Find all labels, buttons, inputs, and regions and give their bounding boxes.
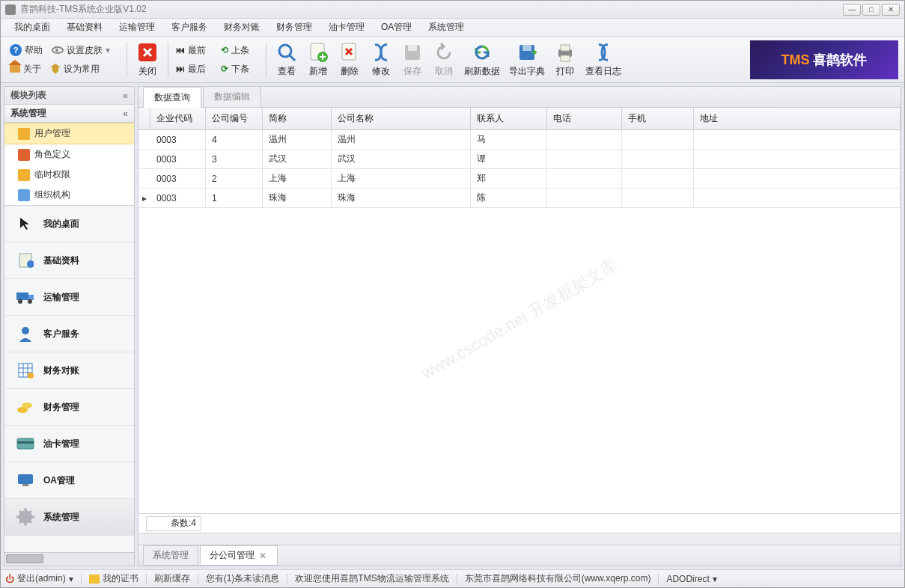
nav-recon[interactable]: 财务对账: [4, 352, 134, 389]
chevron-down-icon: ▾: [106, 45, 110, 55]
app-icon: [5, 4, 16, 15]
refresh-icon: [471, 41, 493, 64]
menu-desktop[interactable]: 我的桌面: [7, 19, 58, 36]
unread-msg[interactable]: 您有(1)条未读消息: [206, 572, 280, 585]
svg-rect-16: [28, 295, 34, 300]
svg-point-19: [22, 327, 29, 334]
nav-transport[interactable]: 运输管理: [4, 279, 134, 316]
toolbar: ?帮助 设置皮肤▾ 关于 设为常用 关闭 ⏮最前 ⏭最后 ⟲上条 ⟳下条 查看 …: [1, 37, 904, 83]
card-icon: [15, 435, 36, 453]
print-button[interactable]: 打印: [549, 40, 581, 79]
svg-rect-30: [18, 474, 33, 484]
close-window-button[interactable]: ✕: [882, 4, 900, 16]
close-button[interactable]: 关闭: [132, 40, 163, 79]
nav-customer[interactable]: 客户服务: [4, 316, 134, 352]
role-icon: [18, 149, 30, 161]
logout-button[interactable]: ⏻登出(admin)▾: [5, 572, 73, 585]
edit-button[interactable]: 修改: [365, 40, 397, 79]
sidebar-item-org[interactable]: 组织机构: [4, 185, 134, 205]
watermark: www.cscode.net 开发框架文库: [418, 254, 621, 385]
col-no[interactable]: 公司编号: [206, 108, 263, 129]
col-code[interactable]: 企业代码: [150, 108, 206, 129]
nav-finance[interactable]: 财务管理: [4, 389, 134, 426]
view-button[interactable]: 查看: [271, 40, 302, 79]
nav-basic[interactable]: 基础资料: [4, 242, 134, 279]
minimize-button[interactable]: —: [843, 4, 861, 16]
menu-basic[interactable]: 基础资料: [59, 19, 110, 36]
col-addr[interactable]: 地址: [694, 108, 901, 129]
nav-desktop[interactable]: 我的桌面: [4, 206, 134, 242]
help-button[interactable]: ?帮助: [7, 43, 46, 58]
table-row[interactable]: 00034 温州温州 马: [138, 130, 901, 150]
table-row[interactable]: 00032 上海上海 郑: [138, 169, 901, 189]
export-button[interactable]: 导出字典: [505, 40, 549, 79]
table-row[interactable]: 00033 武汉武汉 谭: [138, 150, 901, 169]
tab-query[interactable]: 数据查询: [143, 87, 201, 108]
col-contact[interactable]: 联系人: [471, 108, 547, 129]
edit-icon: [370, 41, 392, 64]
nav-fuel[interactable]: 油卡管理: [4, 426, 134, 462]
add-button[interactable]: 新增: [302, 40, 334, 79]
set-default-button[interactable]: 设为常用: [47, 61, 103, 77]
sidebar-item-temp-perm[interactable]: 临时权限: [4, 165, 134, 185]
btab-branch[interactable]: 分公司管理✕: [200, 545, 278, 566]
print-icon: [554, 41, 576, 64]
delete-button[interactable]: 删除: [334, 40, 365, 79]
doc-icon: [15, 251, 36, 269]
bottom-tabs: 系统管理 分公司管理✕: [138, 545, 901, 566]
about-button[interactable]: 关于: [7, 61, 44, 77]
log-icon: [592, 41, 615, 64]
col-name[interactable]: 公司名称: [332, 108, 471, 129]
sidebar-section-header[interactable]: 系统管理«: [4, 105, 134, 123]
menu-transport[interactable]: 运输管理: [112, 19, 162, 36]
undo-icon: [433, 41, 455, 64]
save-icon: [401, 41, 424, 64]
cancel-button[interactable]: 取消: [428, 40, 460, 79]
menu-oa[interactable]: OA管理: [374, 19, 419, 36]
svg-rect-9: [522, 45, 531, 51]
svg-rect-29: [17, 441, 34, 444]
menu-recon[interactable]: 财务对账: [216, 19, 267, 36]
sidebar-item-user-mgmt[interactable]: 用户管理: [4, 123, 134, 144]
log-button[interactable]: 查看日志: [581, 40, 626, 79]
table-row[interactable]: ▸ 00031 珠海珠海 陈: [138, 189, 901, 208]
chevron-down-icon: ▾: [69, 574, 73, 584]
svg-rect-31: [22, 484, 28, 486]
menu-finance[interactable]: 财务管理: [269, 19, 320, 36]
sidebar-item-role[interactable]: 角色定义: [4, 144, 134, 165]
refresh-cache-button[interactable]: 刷新缓存: [154, 572, 190, 585]
cert-button[interactable]: 我的证书: [89, 572, 138, 585]
conn-mode[interactable]: ADODirect▾: [666, 574, 716, 584]
svg-rect-12: [561, 55, 570, 61]
skin-button[interactable]: 设置皮肤▾: [49, 43, 113, 58]
menu-fuel[interactable]: 油卡管理: [321, 19, 372, 36]
next-icon: ⟳: [221, 64, 228, 74]
next-button[interactable]: ⟳下条: [218, 61, 252, 77]
grid-hscroll[interactable]: [138, 533, 901, 545]
svg-point-27: [22, 402, 32, 408]
col-mobile[interactable]: 手机: [622, 108, 694, 129]
chevron-down-icon: ▾: [713, 574, 717, 584]
close-tab-icon[interactable]: ✕: [258, 551, 268, 561]
nav-system[interactable]: 系统管理: [4, 499, 134, 536]
menu-system[interactable]: 系统管理: [421, 19, 472, 36]
welcome-text: 欢迎您使用喜鹊TMS物流运输管理系统: [295, 572, 448, 585]
svg-rect-11: [561, 45, 570, 51]
collapse-icon[interactable]: «: [123, 91, 128, 101]
save-button[interactable]: 保存: [397, 40, 428, 79]
refresh-button[interactable]: 刷新数据: [460, 40, 505, 79]
first-button[interactable]: ⏮最前: [173, 43, 209, 58]
col-tel[interactable]: 电话: [547, 108, 622, 129]
svg-rect-15: [16, 293, 28, 300]
btab-system[interactable]: 系统管理: [143, 545, 198, 566]
last-button[interactable]: ⏭最后: [173, 61, 209, 77]
tab-edit[interactable]: 数据编辑: [203, 86, 261, 107]
prev-button[interactable]: ⟲上条: [218, 43, 252, 58]
prev-icon: ⟲: [221, 45, 228, 55]
col-short[interactable]: 简称: [263, 108, 332, 129]
menu-customer[interactable]: 客户服务: [164, 19, 215, 36]
sidebar-scrollbar[interactable]: [4, 552, 134, 566]
nav-oa[interactable]: OA管理: [4, 462, 134, 499]
maximize-button[interactable]: □: [862, 4, 880, 16]
pin-icon: [50, 64, 61, 74]
